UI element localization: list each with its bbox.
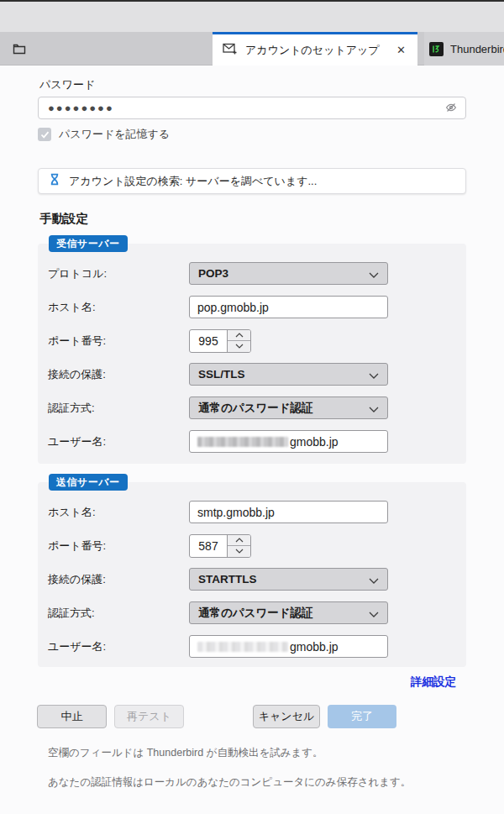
account-setup-pane: パスワード ●●●●●●●● パスワードを記憶する アカウント設定の検索: サー…	[0, 77, 504, 814]
chevron-down-icon	[369, 367, 379, 382]
credentials-note: あなたの認証情報はローカルのあなたのコンピュータにのみ保存されます。	[48, 775, 504, 790]
username-label: ユーザー名:	[38, 639, 189, 654]
spaces-folder-icon[interactable]	[10, 39, 29, 58]
auth-label: 認証方式:	[38, 401, 189, 416]
incoming-port-row: ポート番号: 995	[38, 329, 466, 352]
lookup-status-card: アカウント設定の検索: サーバーを調べています...	[38, 168, 466, 194]
thunderbird-daily-icon	[429, 42, 444, 56]
port-value[interactable]: 587	[190, 535, 228, 557]
password-masked-value: ●●●●●●●●	[48, 102, 445, 113]
outgoing-hostname-row: ホスト名: smtp.gmobb.jp	[38, 501, 466, 523]
password-input[interactable]: ●●●●●●●●	[38, 97, 466, 119]
cancel-button[interactable]: キャンセル	[253, 705, 320, 728]
chevron-down-icon	[369, 606, 379, 621]
retest-button: 再テスト	[114, 705, 184, 728]
hostname-label: ホスト名:	[38, 505, 189, 520]
outgoing-port-spinner[interactable]: 587	[189, 534, 251, 558]
incoming-username-input[interactable]: gmobb.jp	[189, 430, 388, 453]
incoming-protocol-select[interactable]: POP3	[189, 262, 388, 285]
incoming-security-select[interactable]: SSL/TLS	[189, 363, 388, 386]
tab-thunderbird-daily[interactable]: Thunderbird	[424, 32, 504, 66]
spin-down-button[interactable]	[228, 341, 250, 352]
port-value[interactable]: 995	[190, 330, 228, 352]
tab-bar: アカウントのセットアップ ✕ Thunderbird	[0, 32, 504, 66]
redacted-username	[197, 642, 288, 652]
outgoing-username-row: ユーザー名: gmobb.jp	[38, 635, 466, 658]
port-label: ポート番号:	[38, 538, 189, 554]
password-label: パスワード	[39, 77, 504, 92]
lookup-status-text: アカウント設定の検索: サーバーを調べています...	[69, 174, 317, 189]
outgoing-security-select[interactable]: STARTTLS	[189, 568, 388, 591]
window-titlebar	[0, 2, 504, 32]
autodetect-note: 空欄のフィールドは Thunderbird が自動検出を試みます。	[48, 746, 504, 760]
manual-config-title: 手動設定	[39, 211, 504, 227]
close-icon[interactable]: ✕	[393, 42, 409, 58]
incoming-hostname-row: ホスト名: pop.gmobb.jp	[38, 296, 466, 318]
advanced-config-row: 詳細設定	[38, 674, 466, 690]
eye-slash-icon[interactable]	[445, 101, 457, 116]
incoming-server-section: 受信サーバー プロトコル: POP3 ホスト名: pop.gmobb.jp ポー…	[38, 244, 466, 464]
outgoing-auth-select[interactable]: 通常のパスワード認証	[189, 601, 388, 624]
done-button: 完了	[328, 705, 396, 728]
chevron-down-icon	[369, 266, 379, 281]
tab-account-setup[interactable]: アカウントのセットアップ ✕	[213, 32, 417, 66]
chevron-down-icon	[369, 572, 379, 587]
stop-button[interactable]: 中止	[37, 705, 107, 728]
outgoing-security-row: 接続の保護: STARTTLS	[38, 568, 466, 591]
incoming-username-row: ユーザー名: gmobb.jp	[38, 430, 466, 453]
thunderbird-window: アカウントのセットアップ ✕ Thunderbird パスワード ●●●●●●●…	[0, 0, 504, 814]
username-label: ユーザー名:	[38, 434, 189, 449]
incoming-security-row: 接続の保護: SSL/TLS	[38, 363, 466, 386]
outgoing-auth-row: 認証方式: 通常のパスワード認証	[38, 601, 466, 624]
incoming-auth-select[interactable]: 通常のパスワード認証	[189, 396, 388, 419]
redacted-username	[197, 437, 288, 447]
protocol-label: プロトコル:	[38, 266, 189, 281]
outgoing-username-input[interactable]: gmobb.jp	[189, 635, 388, 658]
remember-password-label: パスワードを記憶する	[59, 127, 170, 142]
mail-setup-icon	[223, 43, 238, 58]
auth-label: 認証方式:	[38, 606, 189, 621]
incoming-protocol-row: プロトコル: POP3	[38, 262, 466, 285]
incoming-server-badge: 受信サーバー	[49, 235, 128, 252]
advanced-config-link[interactable]: 詳細設定	[411, 675, 456, 688]
spin-down-button[interactable]	[228, 546, 250, 557]
hostname-label: ホスト名:	[38, 300, 189, 315]
incoming-port-spinner[interactable]: 995	[189, 329, 251, 353]
hourglass-icon	[49, 173, 60, 189]
remember-password-checkbox[interactable]	[38, 128, 51, 141]
incoming-hostname-input[interactable]: pop.gmobb.jp	[189, 296, 388, 318]
outgoing-port-row: ポート番号: 587	[38, 534, 466, 557]
spin-up-button[interactable]	[228, 330, 250, 342]
outgoing-server-badge: 送信サーバー	[49, 474, 128, 491]
security-label: 接続の保護:	[38, 367, 189, 382]
incoming-auth-row: 認証方式: 通常のパスワード認証	[38, 396, 466, 419]
outgoing-server-section: 送信サーバー ホスト名: smtp.gmobb.jp ポート番号: 587	[38, 482, 466, 667]
tab-label: Thunderbird	[450, 43, 504, 55]
tab-label: アカウントのセットアップ	[245, 43, 393, 58]
chevron-down-icon	[369, 401, 379, 416]
spin-up-button[interactable]	[228, 535, 250, 547]
port-label: ポート番号:	[38, 333, 189, 349]
remember-password-row: パスワードを記憶する	[38, 127, 504, 142]
action-buttons-row: 中止 再テスト キャンセル 完了	[37, 705, 396, 728]
security-label: 接続の保護:	[38, 572, 189, 587]
outgoing-hostname-input[interactable]: smtp.gmobb.jp	[189, 501, 388, 523]
